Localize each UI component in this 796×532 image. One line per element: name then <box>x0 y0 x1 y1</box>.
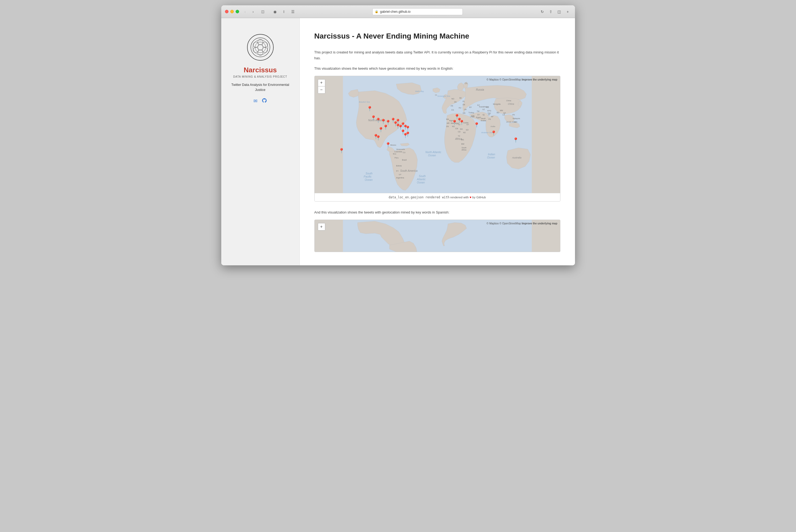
sidebar-logo <box>247 34 274 61</box>
svg-text:China: China <box>506 100 511 101</box>
svg-text:South America: South America <box>400 169 418 172</box>
second-viz-label: And this visualization shows the tweets … <box>314 209 561 215</box>
narcissus-logo-svg <box>250 37 271 58</box>
svg-text:India: India <box>490 125 495 128</box>
url-bar-area: 🔒 gabriel-chen.github.io <box>299 8 536 15</box>
map-pin[interactable]: 📍 <box>452 120 457 125</box>
svg-text:ES: ES <box>451 109 454 111</box>
svg-text:AF: AF <box>491 116 493 117</box>
email-link[interactable]: ✉ <box>253 98 258 104</box>
browser-content: Narcissus DATA MINING & ANALYSIS PROJECT… <box>221 18 575 265</box>
nav-buttons: ‹ › <box>242 9 257 14</box>
svg-text:PL: PL <box>462 100 465 102</box>
svg-text:Indo: Indo <box>514 121 517 123</box>
svg-point-8 <box>255 42 266 53</box>
map-container-1: North America Russia China Africa South … <box>314 76 561 202</box>
svg-text:Australia: Australia <box>512 156 521 159</box>
close-button[interactable] <box>225 10 228 13</box>
svg-text:CM: CM <box>455 128 458 130</box>
svg-text:Ocean: Ocean <box>487 156 495 159</box>
svg-text:NO: NO <box>451 98 454 100</box>
reload-icon[interactable]: ↻ <box>539 9 546 14</box>
svg-text:Turkey: Turkey <box>468 112 474 114</box>
svg-text:CU: CU <box>403 152 405 153</box>
map-pin[interactable]: 📍 <box>491 131 496 136</box>
svg-text:VN: VN <box>512 114 515 116</box>
svg-text:MR: MR <box>447 122 450 124</box>
svg-text:China: China <box>508 102 514 105</box>
svg-text:PY: PY <box>396 170 399 172</box>
svg-text:North Atlantic: North Atlantic <box>425 151 441 154</box>
map-inner-1[interactable]: North America Russia China Africa South … <box>315 76 560 193</box>
svg-text:NG: NG <box>460 128 463 130</box>
svg-text:South: South <box>461 147 466 149</box>
map-pin[interactable]: 📍 <box>385 142 391 147</box>
main-content: Narcissus - A Never Ending Mining Machin… <box>300 18 575 265</box>
map-pin-red[interactable]: 📍 <box>375 136 381 140</box>
svg-text:KFG: KFG <box>487 110 491 112</box>
map-pin[interactable]: 📍 <box>339 148 344 153</box>
map2-attribution: © Mapbox © OpenStreetMap Improve the und… <box>487 222 557 225</box>
svg-text:Norwegian Sea: Norwegian Sea <box>437 95 450 97</box>
svg-text:Russia: Russia <box>476 88 484 91</box>
map2-zoom-in-button[interactable]: + <box>318 223 325 230</box>
map-inner-2[interactable]: + © Mapbox © OpenStreetMap Improve the u… <box>315 220 560 252</box>
svg-text:HU: HU <box>458 107 461 109</box>
map-pin[interactable]: 📍 <box>513 138 518 142</box>
svg-text:Baffin Bay: Baffin Bay <box>415 90 424 93</box>
tab-icon[interactable]: ◫ <box>556 9 563 14</box>
share-icon[interactable]: ⇧ <box>547 9 554 14</box>
svg-text:GL: GL <box>465 82 468 84</box>
url-bar[interactable]: 🔒 gabriel-chen.github.io <box>372 8 463 15</box>
map-footer-heart: rendered with ♥ <box>450 196 472 199</box>
sidebar-toggle-button[interactable]: ◫ <box>259 9 266 14</box>
zoom-in-button[interactable]: + <box>318 79 325 87</box>
traffic-lights <box>225 10 239 13</box>
svg-text:TZ: TZ <box>458 135 460 137</box>
map-pin[interactable]: 📍 <box>367 106 373 111</box>
map-pin-red[interactable]: 📍 <box>405 132 411 137</box>
svg-text:Ocean: Ocean <box>365 178 373 181</box>
map2-attribution-link[interactable]: Improve the underlying map <box>522 222 557 225</box>
svg-point-1 <box>258 45 263 50</box>
right-toolbar-icons: ↻ ⇧ ◫ + <box>539 9 571 14</box>
svg-text:UY: UY <box>399 174 401 175</box>
github-icon <box>262 98 267 103</box>
svg-text:Ocean: Ocean <box>417 181 425 184</box>
svg-text:DK: DK <box>454 101 457 103</box>
svg-text:SY: SY <box>477 114 480 116</box>
back-button[interactable]: ‹ <box>242 9 249 14</box>
github-link[interactable] <box>262 98 267 104</box>
map-pin[interactable]: 📍 <box>378 127 384 132</box>
svg-text:SN: SN <box>446 126 449 127</box>
sidebar-tagline: Twitter Data Analysis for Environmental … <box>221 82 300 93</box>
toolbar-icons: ◉ I ☰ <box>271 9 297 14</box>
svg-text:PK: PK <box>488 118 491 120</box>
svg-text:DE: DE <box>462 104 465 106</box>
minimize-button[interactable] <box>230 10 234 13</box>
page-title: Narcissus - A Never Ending Mining Machin… <box>314 31 561 41</box>
svg-text:Beaufort Sea: Beaufort Sea <box>359 101 370 103</box>
map-pin[interactable]: 📍 <box>474 122 479 127</box>
map-footer-filename: data_loc_en.geojson rendered with <box>388 195 449 199</box>
map-footer-1: data_loc_en.geojson rendered with render… <box>315 193 560 201</box>
forward-button[interactable]: › <box>250 9 257 14</box>
sidebar: Narcissus DATA MINING & ANALYSIS PROJECT… <box>221 18 300 265</box>
svg-text:Colombia: Colombia <box>394 151 402 153</box>
svg-text:Ecu: Ecu <box>393 153 396 155</box>
svg-text:South: South <box>419 175 426 177</box>
attribution-link[interactable]: Improve the underlying map <box>522 78 557 81</box>
svg-text:BW: BW <box>461 143 465 145</box>
svg-text:MM: MM <box>500 110 503 111</box>
map-pin-red[interactable]: 📍 <box>395 119 401 124</box>
svg-text:TM: TM <box>477 110 479 112</box>
svg-text:UA: UA <box>464 109 467 110</box>
add-tab-icon[interactable]: + <box>564 9 571 14</box>
map-pin[interactable]: 📍 <box>459 120 465 125</box>
svg-text:KW: KW <box>471 115 474 117</box>
text-cursor-icon: I <box>281 9 287 14</box>
zoom-out-button[interactable]: − <box>318 87 325 93</box>
svg-text:SE: SE <box>459 97 462 99</box>
sidebar-social-icons: ✉ <box>253 98 267 104</box>
maximize-button[interactable] <box>235 10 239 13</box>
